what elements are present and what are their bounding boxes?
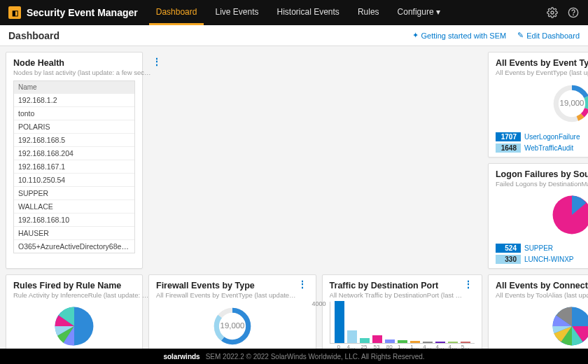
list-item[interactable]: SUPPER (14, 186, 134, 200)
svg-text:19,000: 19,000 (559, 99, 584, 107)
widget-rules-fired: Rules Fired by Rule NameRule Activity by… (6, 274, 143, 349)
legend-row: 1707UserLogonFailure (496, 132, 588, 141)
widget-title: Logon Failures by Source Ma… (496, 169, 588, 179)
bar (372, 335, 382, 343)
brand: ◧ Security Event Manager (8, 6, 138, 19)
widget-title: Traffic by Destination Port (330, 281, 462, 290)
donut-chart: 19,000 (211, 305, 253, 347)
list-item[interactable]: 192.168.168.10 (14, 213, 134, 226)
widget-subtitle: Nodes by last activity (last update: a f… (13, 69, 150, 76)
svg-point-0 (551, 11, 554, 14)
legend-label[interactable]: UserLogonFailure (524, 133, 580, 141)
bar (423, 342, 433, 343)
column-header-name: Name (14, 81, 134, 93)
product-name: Security Event Manager (27, 7, 138, 18)
xtick: 80 (384, 344, 394, 349)
brand-icon: ◧ (8, 6, 21, 19)
widget-menu-icon[interactable]: ⋮ (462, 281, 475, 288)
nav-configure[interactable]: Configure ▾ (391, 0, 447, 25)
legend-label[interactable]: SUPPER (524, 244, 553, 252)
xtick: 25 (359, 344, 369, 349)
bar (385, 340, 395, 343)
widget-subtitle: All Events by EventType (last update: a … (496, 69, 588, 76)
legend-value: 524 (496, 244, 521, 253)
primary-nav: Dashboard Live Events Historical Events … (149, 0, 447, 25)
nav-rules[interactable]: Rules (351, 0, 386, 25)
widget-menu-icon[interactable]: ⋮ (150, 58, 163, 65)
list-item[interactable]: O365+AzureActiveDirectory68e6b8d8-5793… (14, 239, 134, 253)
subheader: Dashboard ✦Getting started with SEM ✎Edi… (0, 25, 588, 46)
widget-connector: All Events by Connector NameAll Events b… (488, 274, 588, 349)
footer-text: SEM 2022.2 © 2022 SolarWinds Worldwide, … (206, 353, 425, 360)
xtick: 4… (422, 344, 432, 349)
legend-label[interactable]: LUNCH-WINXP (524, 255, 574, 263)
bar (461, 342, 470, 343)
topbar-actions (546, 6, 580, 19)
bar (347, 330, 357, 343)
widget-node-health: Node Health Nodes by last activity (last… (6, 52, 143, 269)
topbar: ◧ Security Event Manager Dashboard Live … (0, 0, 588, 25)
svg-text:19,000: 19,000 (220, 321, 244, 330)
pie-chart (547, 301, 588, 349)
legend-label[interactable]: WebTrafficAudit (524, 144, 573, 152)
widget-title: Rules Fired by Rule Name (13, 281, 148, 290)
nav-dashboard[interactable]: Dashboard (149, 0, 204, 25)
help-icon[interactable] (567, 6, 580, 19)
widget-subtitle: Failed Logons by DestinationMachine (las… (496, 180, 588, 188)
legend-value: 1648 (496, 144, 521, 153)
widget-traffic-port: Traffic by Destination PortAll Network T… (322, 274, 482, 349)
list-item[interactable]: 10.110.250.54 (14, 173, 134, 186)
widget-subtitle: All Network Traffic by DestinationPort (… (330, 291, 462, 299)
widget-title: All Events by Event Type (496, 58, 588, 68)
footer: solarwinds SEM 2022.2 © 2022 SolarWinds … (0, 349, 588, 364)
widget-title: Firewall Events by Type (156, 281, 296, 290)
xtick: 5… (461, 344, 470, 349)
legend-value: 1707 (496, 132, 521, 141)
list-item[interactable]: tonto (14, 106, 134, 120)
donut-chart: 19,000 (551, 83, 588, 125)
widget-subtitle: All Events by ToolAlias (last update: a … (496, 291, 588, 299)
xtick: 1… (410, 344, 419, 349)
widget-title: Node Health (13, 58, 150, 68)
bar (448, 342, 458, 343)
list-item[interactable]: 192.168.1.2 (14, 93, 134, 106)
bar (335, 301, 344, 343)
page-title: Dashboard (8, 30, 59, 41)
wand-icon: ✦ (412, 31, 419, 40)
list-item[interactable]: 192.168.168.204 (14, 146, 134, 160)
pencil-icon: ✎ (517, 31, 524, 40)
ytick: 4000 (312, 300, 326, 307)
getting-started-link[interactable]: ✦Getting started with SEM (412, 31, 507, 40)
list-item[interactable]: POLARIS (14, 120, 134, 133)
xtick: 4… (448, 344, 458, 349)
footer-brand: solarwinds (163, 353, 200, 360)
bar (435, 342, 445, 343)
list-item[interactable]: 192.168.168.5 (14, 133, 134, 146)
bar (360, 338, 370, 343)
widget-menu-icon[interactable]: ⋮ (296, 281, 309, 288)
edit-dashboard-link[interactable]: ✎Edit Dashboard (517, 31, 580, 40)
vbar-chart: 4000 (330, 302, 475, 344)
dashboard-grid: Node Health Nodes by last activity (last… (0, 46, 588, 349)
nav-historical-events[interactable]: Historical Events (270, 0, 346, 25)
node-list: Name 192.168.1.2tontoPOLARIS192.168.168.… (13, 80, 135, 253)
list-item[interactable]: WALLACE (14, 200, 134, 213)
nav-live-events[interactable]: Live Events (208, 0, 265, 25)
svg-point-2 (573, 15, 574, 15)
legend-value: 330 (496, 255, 521, 264)
list-item[interactable]: HAUSER (14, 226, 134, 239)
xtick: 0 (334, 344, 344, 349)
widget-event-type: All Events by Event TypeAll Events by Ev… (488, 52, 588, 158)
legend-row: 524SUPPER (496, 244, 588, 253)
list-item[interactable]: 192.168.167.1 (14, 160, 134, 173)
widget-subtitle: Rule Activity by InferenceRule (last upd… (13, 291, 148, 299)
widget-title: All Events by Connector Name (496, 281, 588, 290)
widget-subtitle: All Firewall Events by EventType (last u… (156, 291, 296, 299)
widget-logon-failures-machine: Logon Failures by Source Ma…Failed Logon… (488, 163, 588, 269)
pie-chart (547, 190, 588, 240)
xtick: 53 (372, 344, 382, 349)
xtick: 4… (435, 344, 445, 349)
pie-chart (49, 301, 99, 349)
gear-icon[interactable] (546, 6, 559, 19)
legend-row: 330LUNCH-WINXP (496, 255, 588, 264)
